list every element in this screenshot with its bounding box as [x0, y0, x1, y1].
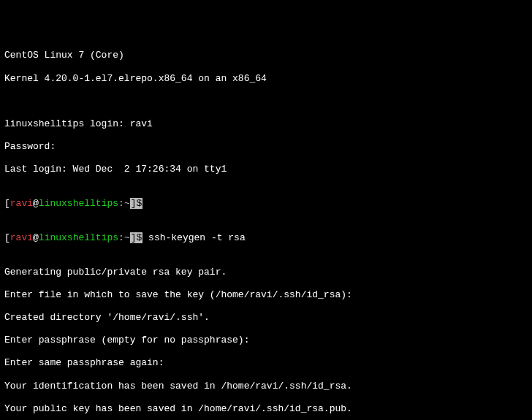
prompt-path: ~	[124, 232, 130, 243]
prompt-colon: :	[118, 232, 124, 243]
blank-line	[4, 96, 528, 107]
login-label: linuxshelltips login:	[4, 118, 130, 129]
output-line: Enter file in which to save the key (/ho…	[4, 289, 528, 301]
prompt-user: ravi	[10, 198, 33, 209]
login-line: linuxshelltips login: ravi	[4, 118, 528, 130]
password-line: Password:	[4, 141, 528, 153]
login-user: ravi	[130, 118, 153, 129]
prompt-open: [	[4, 232, 10, 243]
prompt-at: @	[33, 198, 39, 209]
last-login-line: Last login: Wed Dec 2 17:26:34 on tty1	[4, 164, 528, 175]
output-line: Enter passphrase (empty for no passphras…	[4, 335, 528, 346]
header-line-os: CentOS Linux 7 (Core)	[4, 50, 528, 61]
output-line: Created directory '/home/ravi/.ssh'.	[4, 312, 528, 324]
prompt-colon: :	[118, 198, 124, 209]
header-line-kernel: Kernel 4.20.0-1.el7.elrepo.x86_64 on an …	[4, 73, 528, 85]
prompt-user: ravi	[10, 232, 33, 243]
prompt-host: linuxshelltips	[39, 232, 118, 243]
cmd-ssh-keygen: ssh-keygen -t rsa	[142, 232, 245, 243]
prompt-dollar: ]$	[130, 198, 143, 209]
output-line: Generating public/private rsa key pair.	[4, 267, 528, 278]
prompt-at: @	[33, 232, 39, 243]
prompt-open: [	[4, 198, 10, 209]
prompt-line-2[interactable]: [ravi@linuxshelltips:~]$ ssh-keygen -t r…	[4, 232, 528, 244]
output-line: Enter same passphrase again:	[4, 357, 528, 369]
output-line: Your identification has been saved in /h…	[4, 381, 528, 392]
prompt-line-1[interactable]: [ravi@linuxshelltips:~]$	[4, 198, 528, 210]
prompt-path: ~	[124, 198, 130, 209]
prompt-host: linuxshelltips	[39, 198, 118, 209]
prompt-dollar: ]$	[130, 232, 143, 243]
output-line: Your public key has been saved in /home/…	[4, 403, 528, 415]
